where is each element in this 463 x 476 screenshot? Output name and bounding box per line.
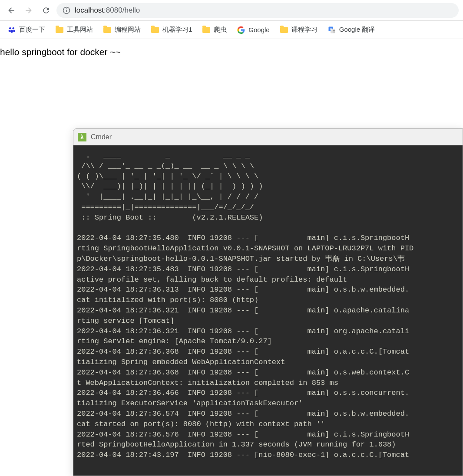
bookmark-label: 爬虫 [214,26,227,34]
address-bar[interactable]: localhost:8080/hello [56,3,459,18]
svg-rect-1 [66,10,67,12]
arrow-left-icon [7,6,16,15]
terminal-titlebar[interactable]: λ Cmder [73,129,463,145]
folder-icon [280,27,288,33]
svg-point-5 [9,30,11,32]
folder-icon [202,27,210,33]
google-translate-icon: G文 [328,26,336,34]
bookmark-item[interactable]: 课程学习 [277,24,321,36]
svg-point-4 [13,27,15,30]
bookmark-label: 课程学习 [291,26,317,34]
bookmark-item[interactable]: G文Google 翻译 [324,24,379,36]
url-text: localhost:8080/hello [75,6,140,15]
folder-icon [151,27,159,33]
bookmarks-bar: 百度一下工具网站编程网站机器学习1爬虫Google课程学习G文Google 翻译 [0,21,463,39]
page-text: hello springboot for docker ~~ [0,47,121,57]
bookmark-label: Google [248,26,269,33]
forward-button[interactable] [22,3,36,17]
terminal-title: Cmder [91,133,112,141]
site-info-icon[interactable] [63,7,70,14]
arrow-right-icon [24,6,33,15]
reload-button[interactable] [39,3,53,17]
page-body: hello springboot for docker ~~ [0,39,463,57]
bookmark-item[interactable]: 机器学习1 [148,24,195,36]
bookmark-label: Google 翻译 [339,26,375,34]
baidu-icon [8,26,16,34]
svg-point-6 [13,30,15,32]
bookmark-label: 百度一下 [19,26,45,34]
cmder-icon: λ [78,133,86,141]
folder-icon [56,27,63,33]
svg-rect-2 [66,8,67,9]
back-button[interactable] [4,3,18,17]
terminal-window[interactable]: λ Cmder . ____ _ __ _ _ /\\ / ___'_ __ _… [73,128,463,476]
svg-point-3 [9,27,11,30]
terminal-output[interactable]: . ____ _ __ _ _ /\\ / ___'_ __ _ _(_)_ _… [73,145,463,476]
bookmark-item[interactable]: 工具网站 [52,24,96,36]
bookmark-label: 机器学习1 [162,26,192,34]
bookmark-item[interactable]: 爬虫 [199,24,230,36]
bookmark-item[interactable]: 编程网站 [100,24,144,36]
svg-text:G: G [330,28,332,30]
bookmark-item[interactable]: 百度一下 [4,24,49,36]
bookmark-label: 编程网站 [115,26,141,34]
bookmark-item[interactable]: Google [234,24,273,36]
reload-icon [42,6,50,15]
bookmark-label: 工具网站 [67,26,93,34]
folder-icon [103,27,111,33]
svg-text:文: 文 [332,30,335,33]
browser-toolbar: localhost:8080/hello [0,0,463,21]
google-icon [237,26,245,34]
